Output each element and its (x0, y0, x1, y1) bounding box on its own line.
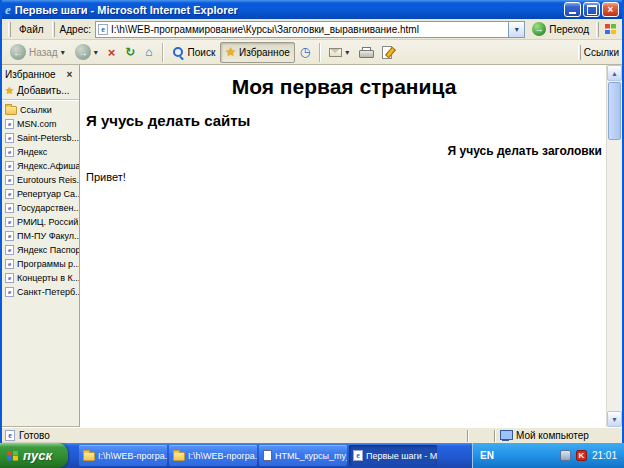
favorites-item[interactable]: e MSN.com (2, 117, 79, 131)
add-favorite-label: Добавить... (17, 85, 70, 96)
favorites-item[interactable]: e ПМ-ПУ Факул... (2, 229, 79, 243)
favorites-panel-close-button[interactable]: × (63, 68, 76, 81)
antivirus-tray-icon[interactable]: K (576, 450, 587, 461)
menu-address-row: Файл Адрес: e I:\h\WEB-программирование\… (2, 19, 622, 40)
favorites-item[interactable]: e Eurotours Reis... (2, 173, 79, 187)
mail-dropdown-icon: ▾ (345, 48, 349, 57)
print-button[interactable] (354, 42, 377, 63)
toolbar-separator (162, 43, 163, 62)
back-icon: ← (10, 44, 26, 60)
close-button[interactable]: × (602, 2, 619, 17)
page-body: Моя первая страница Я учусь делать сайты… (80, 65, 622, 183)
ie-page-icon: e (353, 450, 363, 461)
task-label: Первые шаги - Mi... (366, 451, 437, 461)
favorites-item-label: Eurotours Reis... (17, 175, 79, 185)
task-label: HTML_курсы_my_... (275, 451, 347, 461)
favorites-item[interactable]: e Яндекс (2, 145, 79, 159)
forward-button[interactable]: → ▾ (70, 42, 103, 63)
home-button[interactable]: ⌂ (140, 42, 157, 63)
favorites-item[interactable]: e Концерты в К... (2, 271, 79, 285)
ie-page-icon: e (5, 273, 14, 283)
history-button[interactable]: ◷ (295, 42, 315, 63)
page-heading-3: Я учусь делать заголовки (86, 144, 602, 158)
back-button[interactable]: ← Назад ▾ (5, 42, 70, 63)
windows-flag-icon (7, 451, 18, 461)
favorites-item-label: Saint-Petersb... (17, 133, 79, 143)
favorites-item-label: Яндекс.Афиша (17, 161, 79, 171)
go-arrow-icon: → (532, 22, 546, 36)
favorites-item[interactable]: e РМИЦ. Россий... (2, 215, 79, 229)
favorites-item[interactable]: e Программы р... (2, 257, 79, 271)
favorites-button[interactable]: ★ Избранное (220, 42, 294, 63)
favorites-item-label: Государствен... (17, 203, 79, 213)
address-input[interactable]: e I:\h\WEB-программирование\Курсы\Заголо… (95, 21, 525, 38)
document-icon (263, 450, 272, 461)
favorites-item-label: Программы р... (17, 259, 79, 269)
edit-button[interactable] (377, 42, 399, 63)
logo-grip[interactable] (596, 22, 599, 37)
refresh-button[interactable]: ↻ (120, 42, 140, 63)
security-zone-pane: Мой компьютер (499, 430, 619, 441)
favorites-star-icon: ★ (225, 45, 236, 59)
ie-page-icon: e (5, 245, 14, 255)
status-page-icon: e (5, 430, 15, 441)
page-heading-2: Я учусь делать сайты (86, 112, 602, 129)
language-indicator[interactable]: EN (480, 450, 494, 461)
favorites-item-label: Ссылки (20, 105, 52, 115)
start-button[interactable]: пуск (0, 443, 68, 468)
scroll-up-button[interactable]: ▲ (607, 65, 622, 81)
scroll-down-button[interactable]: ▼ (607, 411, 622, 427)
favorites-item-label: Санкт-Петерб... (17, 287, 79, 297)
status-divider (494, 430, 495, 442)
favorites-item-label: ПМ-ПУ Факул... (17, 231, 79, 241)
favorites-add-button[interactable]: ★ Добавить... (2, 83, 79, 100)
go-button[interactable]: → Переход (528, 21, 593, 37)
mail-button[interactable]: ▾ (324, 42, 354, 63)
maximize-button[interactable] (583, 2, 600, 17)
tray-icon[interactable] (560, 450, 571, 461)
menu-grip[interactable] (8, 22, 11, 37)
links-grip[interactable] (578, 45, 581, 60)
toolbar-separator (319, 43, 320, 62)
minimize-button[interactable] (564, 2, 581, 17)
ie-page-icon: e (5, 287, 14, 297)
search-button[interactable]: Поиск (167, 42, 221, 63)
address-dropdown-button[interactable]: ▾ (508, 22, 524, 37)
taskbar-task-folder-1[interactable]: I:\h\WEB-програ... (79, 445, 167, 466)
search-icon (172, 46, 185, 59)
favorites-item[interactable]: e Санкт-Петерб... (2, 285, 79, 299)
favorites-list: Ссылки e MSN.com e Saint-Petersb... e Ян… (2, 102, 79, 427)
page-paragraph: Привет! (86, 171, 602, 183)
favorites-item[interactable]: e Saint-Petersb... (2, 131, 79, 145)
links-label: Ссылки (584, 47, 619, 58)
my-computer-icon (499, 430, 512, 441)
zone-label: Мой компьютер (516, 430, 589, 441)
taskbar-task-folder-2[interactable]: I:\h\WEB-програ... (169, 445, 257, 466)
vertical-scrollbar[interactable]: ▲ ▼ (606, 65, 622, 427)
address-grip[interactable] (52, 22, 55, 37)
favorites-item[interactable]: e Репертуар Са... (2, 187, 79, 201)
add-favorite-icon: ★ (5, 85, 14, 96)
taskbar-task-document[interactable]: HTML_курсы_my_... (259, 445, 347, 466)
ie-page-icon: e (5, 133, 14, 143)
page-content: Моя первая страница Я учусь делать сайты… (80, 65, 622, 427)
back-dropdown-icon: ▾ (61, 48, 65, 57)
ie-logo-icon: e (5, 2, 11, 18)
favorites-item-label: Яндекс (17, 147, 47, 157)
favorites-item[interactable]: e Яндекс Паспорт (2, 243, 79, 257)
favorites-item-links[interactable]: Ссылки (2, 102, 79, 117)
status-message-pane: e Готово (5, 430, 463, 441)
favorites-item[interactable]: e Государствен... (2, 201, 79, 215)
favorites-panel-header: Избранное × (2, 65, 79, 83)
stop-button[interactable]: × (103, 42, 121, 63)
titlebar[interactable]: e Первые шаги - Microsoft Internet Explo… (2, 0, 622, 19)
scrollbar-thumb[interactable] (608, 82, 621, 140)
favorites-item[interactable]: e Яндекс.Афиша (2, 159, 79, 173)
search-label: Поиск (188, 47, 216, 58)
ie-page-icon: e (5, 175, 14, 185)
menu-file[interactable]: Файл (14, 22, 49, 37)
links-band[interactable]: Ссылки (575, 45, 619, 60)
taskbar-task-ie-active[interactable]: e Первые шаги - Mi... (349, 445, 437, 466)
favorites-panel: Избранное × ★ Добавить... Ссылки e MSN.c… (2, 65, 80, 427)
back-label: Назад (29, 47, 58, 58)
